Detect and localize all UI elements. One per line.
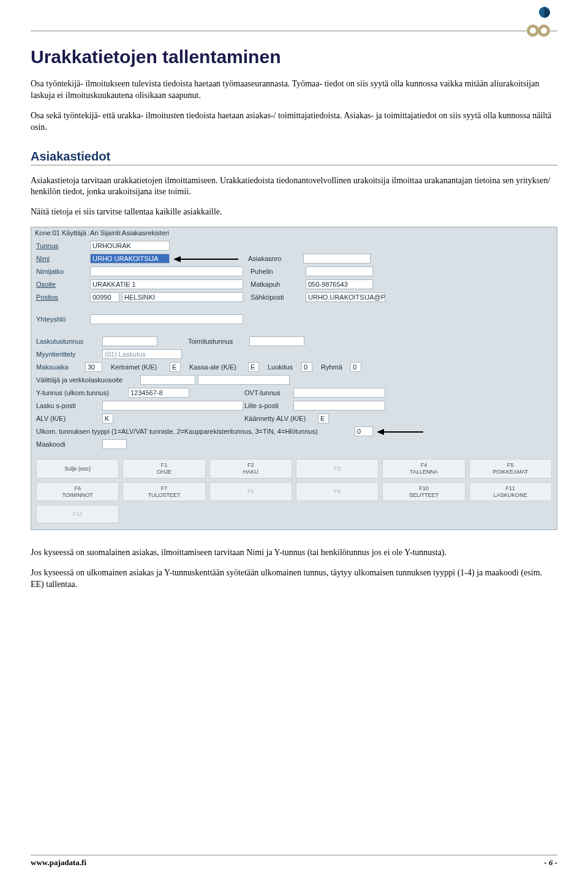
- field-puhelin[interactable]: [306, 267, 373, 276]
- section-para-2: Näitä tietoja ei siis tarvitse tallentaa…: [31, 206, 557, 218]
- field-valittaja-1[interactable]: [140, 375, 195, 385]
- field-osoite[interactable]: URAKKATIE 1: [90, 279, 243, 289]
- field-laskusposti[interactable]: [102, 401, 243, 411]
- label-toimitustunnus: Toimitustunnus: [188, 338, 249, 345]
- field-tunnus[interactable]: URHOURAK: [90, 241, 170, 251]
- field-toimitustunnus[interactable]: [249, 336, 304, 346]
- field-maakoodi[interactable]: [102, 439, 127, 449]
- after-para-1: Jos kyseessä on suomalainen asiakas, ilm…: [31, 547, 557, 559]
- fkey-f1[interactable]: F1OHJE: [123, 459, 205, 479]
- field-postios-city[interactable]: HELSINKI: [122, 292, 243, 302]
- arrow-icon: [173, 255, 241, 263]
- field-kaannetty[interactable]: E: [318, 414, 329, 423]
- field-ytunnus[interactable]: 1234567-8: [128, 388, 189, 398]
- label-liitesposti: Liite s-posti: [244, 402, 293, 409]
- fkey-f3[interactable]: F3: [296, 459, 379, 479]
- label-nimi: Nimi: [36, 255, 90, 262]
- label-kaannetty: Käännetty ALV (K/E): [244, 415, 318, 422]
- fkey-f5[interactable]: F5POIKKEAMAT: [469, 459, 552, 479]
- svg-marker-6: [173, 256, 181, 262]
- label-laskutustunnus: Laskutustunnus: [36, 338, 102, 345]
- app-window: Kone:01 Käyttäjä :Ari Sijainti:Asiakasre…: [31, 227, 557, 530]
- label-asiakasnro: Asiakasnro: [248, 255, 303, 262]
- label-puhelin: Puhelin: [251, 268, 306, 275]
- label-ovt: OVT-tunnus: [244, 389, 293, 396]
- logo: [524, 6, 551, 40]
- fkey-f6[interactable]: F6TOIMINNOT: [36, 482, 119, 502]
- label-yhteyshlo: Yhteyshlö: [36, 316, 90, 323]
- app-titlebar: Kone:01 Käyttäjä :Ari Sijainti:Asiakasre…: [31, 227, 557, 238]
- field-alv[interactable]: K: [102, 414, 113, 423]
- top-rule: [31, 31, 557, 31]
- footer-page: - 6 -: [544, 858, 557, 868]
- fkey-f9[interactable]: F9: [296, 482, 379, 502]
- field-valittaja-2[interactable]: [198, 375, 290, 385]
- fkey-f12[interactable]: F12: [36, 505, 119, 523]
- field-laskutustunnus[interactable]: [102, 336, 157, 346]
- label-valittaja: Välittäjä ja verkkolaskuosoite: [36, 376, 140, 384]
- after-para-2: Jos kyseessä on ulkomainen asiakas ja Y-…: [31, 567, 557, 591]
- label-osoite: Osoite: [36, 281, 90, 288]
- field-ryhma[interactable]: 0: [350, 362, 361, 372]
- function-keys: Sulje (esc) F1OHJE F2HAKU F3 F4TALLENNA …: [31, 454, 557, 529]
- field-luokitus[interactable]: 0: [301, 362, 312, 372]
- field-yhteyshlo[interactable]: [90, 314, 243, 324]
- intro-para-1: Osa työntekijä- ilmoitukseen tulevista t…: [31, 78, 557, 102]
- label-tunnus: Tunnus: [36, 242, 90, 249]
- label-ryhma: Ryhmä: [321, 363, 350, 371]
- page-footer: www.pajadata.fi - 6 -: [31, 855, 557, 868]
- field-sahkoposti[interactable]: URHO.URAKOITSIJA@PP.I: [306, 292, 385, 302]
- fkey-f2[interactable]: F2HAKU: [209, 459, 292, 479]
- label-kassaale: Kassa-ale (K/E): [189, 363, 248, 371]
- label-sahkoposti: Sähköposti: [251, 293, 306, 301]
- label-myynterittely: Myyntierittely: [36, 350, 102, 358]
- label-luokitus: Luokitus: [268, 363, 301, 371]
- label-laskusposti: Lasku s-posti: [36, 402, 102, 409]
- svg-point-4: [530, 28, 536, 34]
- field-kertoimet[interactable]: E: [170, 362, 181, 372]
- field-myynterittely[interactable]: (01) Laskutus: [102, 349, 182, 359]
- field-matkapuh[interactable]: 050-9876543: [306, 279, 373, 289]
- fkey-f8[interactable]: F8: [209, 482, 292, 502]
- fkey-esc[interactable]: Sulje (esc): [36, 459, 119, 479]
- label-matkapuh: Matkapuh: [251, 281, 306, 288]
- label-kertoimet: Kertoimet (K/E): [111, 363, 170, 371]
- fkey-f7[interactable]: F7TULOSTEET: [123, 482, 205, 502]
- field-kassaale[interactable]: E: [248, 362, 259, 372]
- label-maakoodi: Maakoodi: [36, 441, 102, 448]
- svg-point-3: [541, 28, 547, 34]
- field-ulkom[interactable]: 0: [355, 426, 373, 436]
- label-nimijatko: Nimijatko: [36, 268, 90, 275]
- field-postios-zip[interactable]: 00990: [90, 292, 119, 302]
- field-nimijatko[interactable]: [90, 267, 243, 276]
- field-ovt[interactable]: [293, 388, 385, 398]
- page-title: Urakkatietojen tallentaminen: [31, 47, 557, 67]
- field-maksuaika[interactable]: 30: [85, 362, 102, 372]
- label-maksuaika: Maksuaika: [36, 363, 85, 371]
- label-ytunnus: Y-tunnus (ulkom.tunnus): [36, 389, 128, 396]
- intro-para-2: Osa sekä työntekijä- että urakka- ilmoit…: [31, 110, 557, 134]
- label-ulkom: Ulkom. tunnuksen tyyppi (1=ALV/VAT tunni…: [36, 428, 355, 435]
- svg-marker-8: [377, 429, 384, 435]
- label-postios: Postios: [36, 293, 90, 301]
- field-liitesposti[interactable]: [293, 401, 385, 411]
- label-alv: ALV (K/E): [36, 415, 102, 422]
- fkey-f10[interactable]: F10SELITTEET: [382, 482, 465, 502]
- field-asiakasnro[interactable]: [303, 254, 371, 263]
- section-para-1: Asiakastietoja tarvitaan urakkatietojen …: [31, 175, 557, 199]
- footer-site: www.pajadata.fi: [31, 858, 86, 868]
- arrow-icon: [377, 428, 426, 436]
- fkey-f4[interactable]: F4TALLENNA: [382, 459, 465, 479]
- fkey-f11[interactable]: F11LASKUKONE: [469, 482, 552, 502]
- section-asiakastiedot: Asiakastiedot: [31, 150, 557, 165]
- field-nimi[interactable]: URHO URAKOITSIJA: [90, 254, 170, 263]
